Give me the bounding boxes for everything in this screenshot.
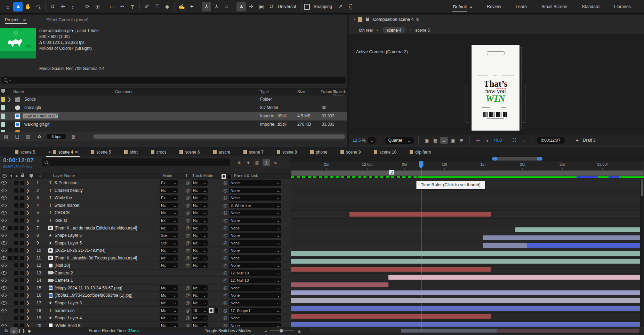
layer-name[interactable]: & Perfection [55, 180, 160, 185]
motion-blur-icon[interactable]: ◎ [263, 159, 270, 166]
layer-name[interactable]: look at [55, 218, 160, 223]
twirl-arrow-icon[interactable]: ❯ [25, 286, 31, 290]
mode-select[interactable]: Nc⌄ [160, 210, 179, 216]
parent-select[interactable]: None⌄ [229, 218, 284, 223]
label-swatch[interactable] [1, 97, 5, 102]
parent-pickwhip-icon[interactable]: @ [222, 226, 229, 231]
gizmo-position-icon[interactable]: ✛ [247, 2, 256, 11]
rotation-tool-icon[interactable]: ⟳ [83, 2, 92, 11]
layer-row[interactable]: ❯19★Shape Layer 4Nc⌄@Nc⌄@None⌄ [0, 314, 291, 322]
layer-row[interactable]: ❯18Tearnera.coMu⌄@19.⌄@17. Shape L⌄ [0, 307, 291, 314]
timeline-tab-scene-10[interactable]: scene 10 [370, 148, 405, 156]
twirl-arrow-icon[interactable]: ❯ [25, 301, 31, 305]
track-matte-pickwhip-icon[interactable]: @ [184, 226, 192, 231]
transparency-grid-icon[interactable]: ▦ [432, 137, 439, 144]
twirl-arrow-icon[interactable]: ❯ [25, 278, 31, 283]
mode-select[interactable]: Nc⌄ [160, 188, 179, 193]
workspace-tab-standard[interactable]: Standard [581, 0, 600, 13]
layer-name[interactable]: Shape Layer 5 [55, 241, 160, 246]
home-tool-icon[interactable]: ⌂ [3, 2, 13, 11]
layer-switch[interactable] [19, 241, 25, 245]
gizmo-scale-icon[interactable]: ▣ [257, 2, 266, 11]
snapping-checkbox[interactable] [304, 4, 310, 10]
layer-duration-bar[interactable] [483, 243, 528, 248]
layer-switch[interactable] [14, 301, 19, 305]
track-matte-select[interactable]: Nc⌄ [192, 210, 209, 216]
track-matte-column-header[interactable]: Track Matte [192, 173, 213, 178]
brush-tool-icon[interactable]: ✐ [142, 2, 152, 11]
track-matte-select[interactable]: Nc⌄ [192, 188, 209, 193]
layer-lane[interactable] [291, 234, 644, 242]
parent-select[interactable]: None⌄ [229, 233, 284, 238]
track-matte-select[interactable]: Nc⌄ [192, 180, 209, 186]
graph-editor-icon[interactable]: ∿ [272, 159, 279, 166]
layer-lane[interactable] [291, 250, 644, 258]
timeline-tab-arscre[interactable]: arscre [209, 148, 239, 156]
mode-select[interactable]: Ex⌄ [160, 195, 179, 201]
guides-options-icon[interactable]: ⊞ [458, 137, 465, 144]
label-column-icon[interactable] [1, 89, 5, 93]
column-header-size[interactable]: Size [297, 89, 305, 94]
expand-transfer-controls-icon[interactable]: ⊛ [10, 327, 18, 334]
video-toggle[interactable] [0, 234, 7, 237]
layer-row[interactable]: ❯12[Null 10]Nc⌄@Nc⌄@None⌄ [0, 262, 291, 270]
close-icon[interactable]: × [353, 17, 356, 22]
layer-duration-bar[interactable] [349, 212, 491, 217]
timeline-tab-scene-6[interactable]: scene 6 [175, 148, 209, 156]
layer-switch[interactable] [19, 196, 25, 200]
layer-switch[interactable] [14, 241, 19, 245]
track-matte-pickwhip-icon[interactable]: @ [184, 218, 192, 223]
panel-menu-icon[interactable]: ≡ [416, 17, 419, 22]
layer-switch[interactable] [14, 248, 19, 252]
layer-switch[interactable] [14, 256, 19, 260]
color-channels-icon[interactable] [474, 137, 482, 144]
mode-select[interactable]: Nc⌄ [160, 255, 179, 261]
layer-switch[interactable] [19, 211, 25, 215]
parent-select[interactable]: None⌄ [229, 285, 284, 291]
workspace-tab-learn[interactable]: Learn [515, 0, 528, 13]
layer-duration-bar[interactable] [291, 259, 644, 264]
video-toggle[interactable] [0, 286, 7, 290]
video-toggle[interactable] [0, 219, 7, 222]
timeline-tab-phone[interactable]: phone [306, 148, 336, 156]
layer-row[interactable]: ❯3TWhile theEx⌄@Nc⌄@None⌄ [0, 194, 291, 202]
camera-tool-icon[interactable]: ⊞ [93, 2, 102, 11]
twirl-arrow-icon[interactable]: ❯ [25, 263, 31, 268]
layer-switch[interactable] [14, 316, 19, 320]
layer-lane[interactable] [291, 281, 644, 289]
mode-select[interactable]: Nc⌄ [160, 248, 179, 253]
search-options-chevron[interactable]: ⌄ [9, 78, 11, 82]
parent-pickwhip-icon[interactable]: @ [222, 308, 229, 313]
parent-select[interactable]: None⌄ [229, 225, 284, 231]
layer-lane[interactable] [291, 242, 644, 250]
parent-pickwhip-icon[interactable]: @ [222, 218, 229, 223]
layer-switch[interactable] [14, 181, 19, 185]
table-row[interactable]: ❯SolidsFolder [0, 95, 347, 104]
work-area-bar[interactable]: 3 [291, 170, 644, 176]
track-matte-pickwhip-icon[interactable]: @ [184, 248, 192, 253]
layer-name[interactable]: Camera 2 [55, 271, 160, 275]
layer-switch[interactable] [19, 256, 25, 260]
track-matte-select[interactable]: Nc⌄ [192, 285, 209, 291]
search-options-chevron[interactable]: ⌄ [49, 161, 52, 164]
video-toggle[interactable] [0, 241, 7, 245]
track-matte-select[interactable]: Nc⌄ [192, 240, 209, 246]
lock-column-icon[interactable] [21, 175, 24, 177]
layer-duration-bar[interactable] [291, 322, 644, 327]
layer-name-column-header[interactable]: Layer Name [53, 173, 75, 178]
shared-view-icon[interactable]: ↗ [336, 2, 345, 11]
layer-switch[interactable] [14, 196, 19, 200]
parent-select[interactable]: None⌄ [229, 263, 284, 268]
layer-switch[interactable] [19, 263, 25, 267]
workspace-tab-default[interactable]: Default≡ [452, 0, 473, 13]
t-column-header[interactable]: T [185, 173, 188, 178]
snapshot-camera-icon[interactable]: ⛶︎ [510, 137, 518, 144]
twirl-arrow-icon[interactable]: ❯ [25, 188, 31, 193]
mode-column-header[interactable]: Mode [162, 173, 172, 178]
layer-row[interactable]: ❯14Camera 1@12. Null 10⌄ [0, 277, 291, 285]
world-axis-mode-icon[interactable]: ⅄ [212, 2, 221, 11]
fast-previews-icon[interactable]: ▣ [423, 137, 430, 144]
label-swatch[interactable] [1, 122, 5, 127]
mode-select[interactable]: Ste⌄ [160, 240, 179, 246]
dolly-camera-tool-icon[interactable]: ↕ [68, 2, 78, 11]
